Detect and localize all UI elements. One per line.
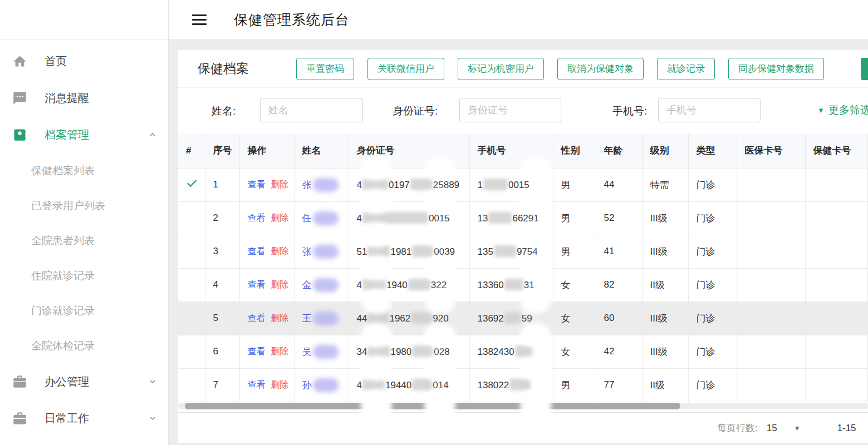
rows-per-page-label: 每页行数: — [717, 422, 758, 434]
type-cell: 门诊 — [688, 201, 737, 235]
mark-confidential-button[interactable]: 标记为机密用户 — [458, 58, 544, 80]
type-cell: 门诊 — [688, 235, 737, 268]
col-header-gender: 性别 — [553, 134, 596, 168]
level-cell: III级 — [642, 235, 688, 268]
sidebar-subitem-inpatient-records[interactable]: 住院就诊记录 — [0, 258, 168, 293]
gender-cell: 男 — [553, 368, 596, 402]
medicare-card-cell — [737, 335, 805, 368]
sidebar-item-office[interactable]: 办公管理 — [0, 363, 168, 400]
redacted-name-blur — [313, 378, 339, 392]
row-index: 5 — [205, 301, 239, 335]
delete-link[interactable]: 删除 — [271, 280, 289, 289]
table-row[interactable]: 2 查看删除 任 40015 1366291 男 52 III级 门诊 — [178, 201, 868, 235]
link-wechat-user-button[interactable]: 关联微信用户 — [367, 58, 444, 80]
phone-filter-input[interactable] — [658, 98, 761, 122]
age-cell: 82 — [596, 268, 642, 301]
name-link[interactable]: 孙 — [302, 380, 312, 390]
delete-link[interactable]: 删除 — [271, 213, 289, 222]
more-filters-label: 更多筛选 — [828, 103, 868, 117]
name-cell: 孙 — [294, 368, 349, 402]
cancel-healthcare-target-button[interactable]: 取消为保健对象 — [557, 58, 644, 80]
rows-per-page-caret-icon[interactable]: ▼ — [794, 424, 801, 432]
rows-per-page-value[interactable]: 15 — [767, 423, 777, 434]
row-select-cell[interactable] — [178, 168, 205, 201]
medicare-card-cell — [737, 168, 805, 201]
row-select-cell[interactable] — [178, 335, 205, 368]
view-link[interactable]: 查看 — [248, 246, 266, 256]
row-actions-cell: 查看删除 — [239, 335, 294, 368]
id-number-cell: 41940322 — [349, 268, 469, 301]
sidebar-submenu: 保健档案列表 已登录用户列表 全院患者列表 住院就诊记录 门诊就诊记录 全院体检… — [0, 153, 168, 363]
sidebar-subitem-outpatient-records[interactable]: 门诊就诊记录 — [0, 293, 168, 328]
sidebar-subitem-all-patients[interactable]: 全院患者列表 — [0, 223, 168, 258]
level-cell: III级 — [642, 201, 688, 235]
delete-link[interactable]: 删除 — [271, 313, 289, 323]
home-icon — [12, 54, 27, 69]
redacted-name-blur — [313, 345, 339, 359]
table-row[interactable]: 4 查看删除 金 41940322 1336031 女 82 II级 门诊 — [178, 268, 868, 301]
id-filter-input[interactable] — [459, 98, 561, 122]
primary-action-button-clipped[interactable] — [861, 58, 868, 80]
name-link[interactable]: 任 — [302, 213, 312, 224]
name-link[interactable]: 王 — [302, 313, 312, 324]
col-header-type: 类型 — [688, 134, 737, 168]
name-link[interactable]: 吴 — [302, 347, 312, 357]
visit-records-button[interactable]: 就诊记录 — [657, 58, 715, 80]
sync-data-button[interactable]: 同步保健对象数据 — [728, 58, 824, 80]
col-header-select[interactable]: # — [178, 134, 205, 168]
view-link[interactable]: 查看 — [248, 280, 266, 289]
row-select-cell[interactable] — [178, 301, 205, 335]
sidebar-item-archives[interactable]: 档案管理 — [0, 116, 168, 153]
name-filter-input[interactable] — [260, 98, 363, 122]
row-index: 4 — [205, 268, 239, 301]
delete-link[interactable]: 删除 — [271, 347, 289, 356]
delete-link[interactable]: 删除 — [271, 180, 289, 189]
type-cell: 门诊 — [688, 335, 737, 368]
reset-password-button[interactable]: 重置密码 — [296, 58, 354, 80]
briefcase-icon — [12, 411, 27, 426]
view-link[interactable]: 查看 — [248, 213, 266, 222]
more-filters-toggle[interactable]: ▼ 更多筛选 — [817, 103, 868, 117]
view-link[interactable]: 查看 — [248, 313, 266, 323]
sidebar-item-home[interactable]: 首页 — [0, 43, 168, 80]
table-row[interactable]: 5 查看删除 王 441962920 1369259 女 60 III级 门诊 — [178, 301, 868, 335]
age-cell: 44 — [596, 168, 642, 201]
row-select-cell[interactable] — [178, 268, 205, 301]
health-card-cell — [805, 268, 868, 301]
row-actions-cell: 查看删除 — [239, 268, 294, 301]
table-row[interactable]: 3 查看删除 张 5119810039 1359754 男 41 III级 门诊 — [178, 235, 868, 268]
row-index: 2 — [205, 201, 239, 235]
name-link[interactable]: 张 — [302, 246, 312, 257]
delete-link[interactable]: 删除 — [271, 246, 289, 256]
table-row[interactable]: 7 查看删除 孙 419440014 138022 男 77 II级 门诊 — [178, 368, 868, 402]
horizontal-scrollbar-thumb[interactable] — [185, 403, 680, 409]
sidebar-item-daily-work[interactable]: 日常工作 — [0, 400, 168, 437]
content-card: 保健档案 重置密码 关联微信用户 标记为机密用户 取消为保健对象 就诊记录 同步… — [178, 50, 868, 443]
name-link[interactable]: 金 — [302, 280, 312, 290]
gender-cell: 女 — [553, 268, 596, 301]
chevron-up-icon — [148, 130, 157, 139]
view-link[interactable]: 查看 — [248, 180, 266, 189]
delete-link[interactable]: 删除 — [271, 380, 289, 389]
row-select-cell[interactable] — [178, 201, 205, 235]
sidebar-item-messages[interactable]: 消息提醒 — [0, 80, 168, 116]
view-link[interactable]: 查看 — [248, 380, 266, 389]
sidebar-subitem-logged-users[interactable]: 已登录用户列表 — [0, 188, 168, 223]
view-link[interactable]: 查看 — [248, 347, 266, 356]
sidebar-subitem-exam-records[interactable]: 全院体检记录 — [0, 328, 168, 363]
name-link[interactable]: 张 — [302, 180, 312, 190]
health-card-cell — [805, 335, 868, 368]
pagination-footer: 每页行数: 15 ▼ 1-15 — [178, 412, 868, 443]
hamburger-menu-icon[interactable] — [192, 12, 207, 28]
table-row[interactable]: 1 查看删除 张 4019725889 10015 男 44 特需 门诊 — [178, 168, 868, 201]
redacted-name-blur — [313, 245, 339, 259]
row-select-cell[interactable] — [178, 368, 205, 402]
sidebar-subitem-health-archive-list[interactable]: 保健档案列表 — [0, 153, 168, 188]
sidebar-item-label: 消息提醒 — [45, 91, 157, 106]
page-title: 保健档案 — [198, 60, 283, 77]
age-cell: 77 — [596, 368, 642, 402]
phone-cell: 1382430 — [469, 335, 553, 368]
row-select-cell[interactable] — [178, 235, 205, 268]
medicare-card-cell — [737, 301, 805, 335]
table-row[interactable]: 6 查看删除 吴 341980028 1382430 女 42 III级 门诊 — [178, 335, 868, 368]
